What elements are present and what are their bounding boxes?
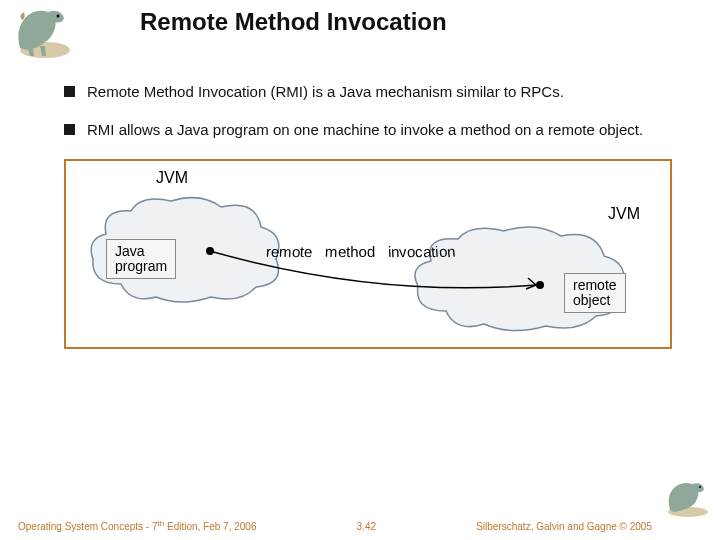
bullet-text: RMI allows a Java program on one machine…: [87, 120, 643, 140]
bullet-text: Remote Method Invocation (RMI) is a Java…: [87, 82, 564, 102]
svg-point-1: [57, 15, 60, 18]
jvm-label-left: JVM: [156, 169, 188, 187]
bullet-item: RMI allows a Java program on one machine…: [64, 120, 672, 140]
box-text: Java: [115, 244, 167, 259]
footer-right: Silberschatz, Galvin and Gagne © 2005: [476, 521, 652, 532]
bullet-item: Remote Method Invocation (RMI) is a Java…: [64, 82, 672, 102]
box-text: remote: [573, 278, 617, 293]
footer-left: Operating System Concepts - 7th Edition,…: [18, 519, 256, 532]
svg-point-3: [699, 486, 701, 488]
slide-footer: Operating System Concepts - 7th Edition,…: [0, 519, 720, 532]
box-text: program: [115, 259, 167, 274]
bullet-square-icon: [64, 124, 75, 135]
slide-content: Remote Method Invocation (RMI) is a Java…: [0, 60, 720, 141]
java-program-box: Java program: [106, 239, 176, 280]
footer-text: Operating System Concepts - 7: [18, 521, 158, 532]
slide-header: Remote Method Invocation: [0, 0, 720, 60]
rmi-diagram: JVM JVM Java program remote object remot…: [64, 159, 672, 349]
slide-title: Remote Method Invocation: [140, 8, 447, 36]
invocation-arc-label: remote method invocation: [266, 243, 516, 260]
footer-text: Edition, Feb 7, 2006: [164, 521, 256, 532]
bullet-square-icon: [64, 86, 75, 97]
remote-object-box: remote object: [564, 273, 626, 314]
slide-number: 3.42: [357, 521, 376, 532]
box-text: object: [573, 293, 617, 308]
dinosaur-footer-icon: [656, 476, 714, 518]
dinosaur-logo-icon: [0, 0, 78, 60]
